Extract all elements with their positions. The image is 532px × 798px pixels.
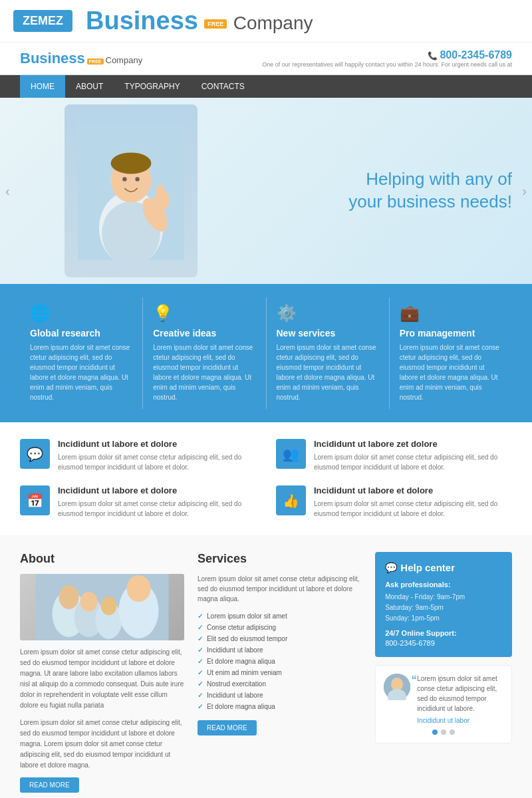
service-item: Lorem ipsum dolor sit amet xyxy=(198,610,362,622)
avatar-svg xyxy=(384,674,410,700)
feature-services-title: New services xyxy=(277,328,379,338)
testimonial-text: Lorem ipsum dolor sit amet conse ctetur … xyxy=(417,674,503,714)
help-support-title: 24/7 Online Support: xyxy=(385,629,502,637)
hero-tagline: Helping with any ofyour business needs! xyxy=(348,168,512,213)
dot-3[interactable] xyxy=(450,730,455,735)
svg-point-16 xyxy=(101,597,117,615)
feature-creative-title: Creative ideas xyxy=(153,328,255,338)
users-icon: 👥 xyxy=(276,439,306,469)
feature-services-desc: Lorem ipsum dolor sit amet conse ctetur … xyxy=(277,342,379,402)
services-column: Services Lorem ipsum dolor sit amet cons… xyxy=(198,552,362,793)
testimonial-inner: Lorem ipsum dolor sit amet conse ctetur … xyxy=(384,674,503,724)
info-title-3: Incididunt ut labore et dolore xyxy=(58,485,256,495)
banner-free-badge: FREE xyxy=(204,19,227,29)
svg-point-14 xyxy=(80,592,98,612)
site-logo: Business FREE Company xyxy=(20,50,142,67)
calendar-icon: 📅 xyxy=(20,485,50,515)
info-box-4: 👍 Incididunt ut labore et dolore Lorem i… xyxy=(276,485,512,519)
feature-global: 🌐 Global research Lorem ipsum dolor sit … xyxy=(20,297,143,409)
svg-point-12 xyxy=(59,585,79,609)
service-item: Incididunt ut labore xyxy=(198,644,362,656)
feature-management-title: Pro management xyxy=(400,328,502,338)
feature-creative: 💡 Creative ideas Lorem ipsum dolor sit a… xyxy=(143,297,266,409)
testimonial-dots xyxy=(384,730,503,735)
info-content-4: Incididunt ut labore et dolore Lorem ips… xyxy=(314,485,512,519)
main-nav: HOME ABOUT TYPOGRAPHY CONTACTS xyxy=(0,75,532,98)
service-item: Et dolore magna aliqua xyxy=(198,701,362,712)
nav-home[interactable]: HOME xyxy=(20,75,65,98)
thumbsup-icon: 👍 xyxy=(276,485,306,515)
site-header: Business FREE Company 800-2345-6789 One … xyxy=(0,43,532,75)
feature-services: ⚙️ New services Lorem ipsum dolor sit am… xyxy=(267,297,390,409)
info-content-3: Incididunt ut labore et dolore Lorem ips… xyxy=(58,485,256,519)
svg-point-4 xyxy=(110,152,151,174)
top-banner: ZEMEZ Business FREE Company xyxy=(0,0,532,43)
feature-management-desc: Lorem ipsum dolor sit amet conse ctetur … xyxy=(400,342,502,402)
about-image-svg xyxy=(20,574,184,640)
service-item: Et dolore magna aliqua xyxy=(198,656,362,667)
help-title: Help center xyxy=(385,562,502,574)
banner-business: Business xyxy=(86,7,198,35)
features-section: 🌐 Global research Lorem ipsum dolor sit … xyxy=(0,284,532,422)
about-title: About xyxy=(20,552,184,566)
info-section: 💬 Incididunt ut labore et dolore Lorem i… xyxy=(0,422,532,535)
help-hours: Monday - Friday: 9am-7pmSaturday: 9am-5p… xyxy=(385,592,502,624)
info-title-1: Incididunt ut labore et dolore xyxy=(58,439,256,449)
hero-section: ‹ xyxy=(0,98,532,284)
service-item: Elit sed do eiusmod tempor xyxy=(198,633,362,644)
about-text-2: Lorem ipsum dolor sit amet conse ctetur … xyxy=(20,718,184,771)
lightbulb-icon: 💡 xyxy=(153,304,255,323)
bottom-section: About Lorem ipsum dolor sit amet conse c… xyxy=(0,535,532,798)
services-desc: Lorem ipsum dolor sit amet conse ctetur … xyxy=(198,574,362,604)
feature-global-title: Global research xyxy=(30,328,132,338)
info-box-1: 💬 Incididunt ut labore et dolore Lorem i… xyxy=(20,439,256,472)
info-content-1: Incididunt ut labore et dolore Lorem ips… xyxy=(58,439,256,472)
help-phone[interactable]: 800-2345-6789 xyxy=(385,639,502,647)
help-ask-title: Ask professionals: xyxy=(385,581,502,589)
nav-about[interactable]: ABOUT xyxy=(65,75,114,98)
info-content-2: Incididunt ut labore zet dolore Lorem ip… xyxy=(314,439,512,472)
service-item: Conse ctetur adipiscing xyxy=(198,622,362,633)
testimonial-link[interactable]: Incididunt ut labor xyxy=(417,717,503,724)
help-column: Help center Ask professionals: Monday - … xyxy=(375,552,512,793)
hero-text: Helping with any ofyour business needs! xyxy=(348,168,512,213)
feature-management: 💼 Pro management Lorem ipsum dolor sit a… xyxy=(390,297,512,409)
hero-person-image xyxy=(65,104,198,277)
info-desc-2: Lorem ipsum dolor sit amet conse ctetur … xyxy=(314,452,512,472)
testimonial-content: Lorem ipsum dolor sit amet conse ctetur … xyxy=(417,674,503,724)
about-read-more-button[interactable]: READ MORE xyxy=(20,777,79,793)
about-text-1: Lorem ipsum dolor sit amet conse ctetur … xyxy=(20,647,184,711)
header-tagline: One of our representatives will happily … xyxy=(262,61,512,68)
info-box-3: 📅 Incididunt ut labore et dolore Lorem i… xyxy=(20,485,256,519)
person-svg xyxy=(78,122,184,260)
hero-prev-button[interactable]: ‹ xyxy=(5,184,10,199)
info-title-2: Incididunt ut labore zet dolore xyxy=(314,439,512,449)
info-desc-3: Lorem ipsum dolor sit amet conse ctetur … xyxy=(58,499,256,519)
feature-global-desc: Lorem ipsum dolor sit amet conse ctetur … xyxy=(30,342,132,402)
header-contact: 800-2345-6789 One of our representatives… xyxy=(262,49,512,68)
logo-company: Company xyxy=(106,55,143,65)
svg-point-18 xyxy=(127,575,151,602)
dot-2[interactable] xyxy=(441,730,446,735)
nav-contacts[interactable]: CONTACTS xyxy=(191,75,255,98)
dot-1[interactable] xyxy=(432,730,438,735)
service-item: Incididunt ut labore xyxy=(198,690,362,701)
info-title-4: Incididunt ut labore et dolore xyxy=(314,485,512,495)
testimonial-box: Lorem ipsum dolor sit amet conse ctetur … xyxy=(375,665,512,743)
zemez-logo[interactable]: ZEMEZ xyxy=(13,10,72,32)
banner-company: Company xyxy=(233,13,313,33)
services-title: Services xyxy=(198,552,362,566)
gear-icon: ⚙️ xyxy=(277,304,379,323)
header-phone[interactable]: 800-2345-6789 xyxy=(262,49,512,61)
nav-typography[interactable]: TYPOGRAPHY xyxy=(114,75,190,98)
globe-icon: 🌐 xyxy=(30,304,132,323)
svg-point-9 xyxy=(156,184,164,197)
service-item: Ut enim ad minim veniam xyxy=(198,667,362,678)
feature-creative-desc: Lorem ipsum dolor sit amet conse ctetur … xyxy=(153,342,255,402)
testimonial-avatar xyxy=(384,674,410,700)
info-desc-4: Lorem ipsum dolor sit amet conse ctetur … xyxy=(314,499,512,519)
hero-next-button[interactable]: › xyxy=(522,184,527,199)
info-box-2: 👥 Incididunt ut labore zet dolore Lorem … xyxy=(276,439,512,472)
services-read-more-button[interactable]: READ MORE xyxy=(198,720,257,735)
info-desc-1: Lorem ipsum dolor sit amet conse ctetur … xyxy=(58,452,256,472)
